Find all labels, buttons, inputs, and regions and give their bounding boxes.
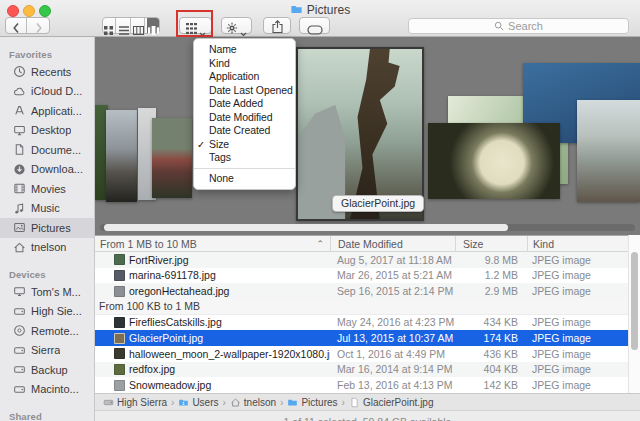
file-thumbnail-icon (114, 380, 125, 391)
date-modified-cell: Aug 5, 2017 at 11:18 AM (330, 254, 455, 266)
sidebar-item-label: Tom's M... (31, 286, 81, 298)
group-label: From 1 MB to 10 MB (100, 238, 197, 250)
menu-item-label: Kind (209, 57, 230, 69)
menu-item-label: Name (209, 43, 237, 55)
table-row[interactable]: FirefliesCatskills.jpgMay 24, 2016 at 4:… (95, 315, 628, 331)
table-row[interactable]: marina-691178.jpgMar 26, 2015 at 5:21 AM… (95, 268, 628, 284)
sidebar-item-music[interactable]: Music (0, 199, 94, 219)
sidebar-item-label: Remote... (31, 325, 79, 337)
sidebar-item-remote[interactable]: Remote... (0, 321, 94, 341)
file-name-cell: GlacierPoint.jpg (95, 332, 330, 344)
file-name-cell: oregonHectahead.jpg (95, 285, 330, 297)
sidebar-item-pictures[interactable]: Pictures (0, 218, 94, 238)
table-row[interactable]: halloween_moon_2-wallpaper-1920x1080.jpg… (95, 346, 628, 362)
menu-item-tags[interactable]: Tags (194, 151, 295, 165)
sidebar-item-recents[interactable]: Recents (0, 62, 94, 82)
table-row[interactable]: GlacierPoint.jpgJul 13, 2015 at 10:37 AM… (95, 330, 628, 346)
table-row[interactable]: FortRiver.jpgAug 5, 2017 at 11:18 AM9.8 … (95, 252, 628, 268)
breadcrumb-item-pictures[interactable]: Pictures (287, 397, 337, 408)
size-cell: 2.9 MB (455, 285, 527, 297)
file-thumbnail-icon (114, 270, 125, 281)
sidebar-item-docume[interactable]: Docume... (0, 140, 94, 160)
file-name-cell: Snowmeadow.jpg (95, 379, 330, 391)
clock-icon (13, 65, 26, 78)
kind-cell: JPEG image (527, 254, 628, 266)
menu-item-date-created[interactable]: Date Created (194, 124, 295, 138)
sidebar-item-tom-s-m[interactable]: Tom's M... (0, 282, 94, 302)
forward-button[interactable] (29, 18, 49, 33)
coverflow-scrollbar-thumb[interactable] (104, 224, 508, 231)
folder-users-icon (178, 397, 189, 408)
icon-view-button[interactable] (103, 18, 116, 33)
breadcrumb-label: GlacierPoint.jpg (363, 397, 434, 408)
breadcrumb-item-users[interactable]: Users (178, 397, 218, 408)
sidebar-item-macinto[interactable]: Macinto... (0, 380, 94, 400)
group-by-button[interactable] (179, 17, 212, 34)
breadcrumb-item-high-sierra[interactable]: High Sierra (103, 397, 167, 408)
sidebar-item-label: Recents (31, 66, 71, 78)
menu-item-label: Date Last Opened (209, 84, 293, 96)
coverflow-view-button[interactable] (147, 18, 159, 33)
table-row[interactable]: redfox.jpgMar 16, 2014 at 9:14 PM404 KBJ… (95, 362, 628, 378)
file-thumbnail-icon (114, 364, 125, 375)
breadcrumb-item-glacierpoint-jpg[interactable]: GlacierPoint.jpg (349, 397, 434, 408)
menu-item-kind[interactable]: Kind (194, 57, 295, 71)
coverflow-thumb-halloween-moon[interactable] (428, 123, 560, 199)
menu-item-none[interactable]: None (194, 172, 295, 186)
column-header-date-modified[interactable]: Date Modified (330, 236, 455, 251)
column-view-button[interactable] (133, 18, 146, 33)
table-row[interactable]: Snowmeadow.jpgFeb 13, 2016 at 4:13 PM142… (95, 377, 628, 393)
file-name-cell: halloween_moon_2-wallpaper-1920x1080.jpg (95, 348, 330, 360)
coverflow-thumb-winter[interactable] (577, 100, 640, 202)
menu-item-date-last-opened[interactable]: Date Last Opened (194, 84, 295, 98)
path-bar: High Sierra›Users›tnelson›Pictures›Glaci… (95, 393, 640, 410)
file-thumbnail-icon (114, 348, 125, 359)
disk-icon (13, 363, 26, 376)
breadcrumb-separator-icon: › (223, 397, 226, 408)
column-view-icon (133, 21, 144, 30)
sidebar-item-applicati[interactable]: Applicati... (0, 101, 94, 121)
kind-cell: JPEG image (527, 348, 628, 360)
sidebar-item-sierra[interactable]: Sierra (0, 341, 94, 361)
file-name-cell: FirefliesCatskills.jpg (95, 316, 330, 328)
file-icon (349, 397, 360, 408)
list-scrollbar-thumb[interactable] (631, 252, 638, 350)
list-view-button[interactable] (118, 18, 131, 33)
breadcrumb-item-tnelson[interactable]: tnelson (230, 397, 276, 408)
list-scrollbar-track[interactable] (628, 235, 640, 393)
list-group-header: From 100 KB to 1 MB (95, 299, 628, 315)
coverflow-thumb-beach[interactable] (106, 110, 137, 202)
menu-item-label: Date Added (209, 97, 263, 109)
sidebar-item-high-sie[interactable]: High Sie... (0, 302, 94, 322)
sidebar-item-label: High Sie... (31, 305, 82, 317)
file-thumbnail-icon (114, 317, 125, 328)
menu-item-name[interactable]: Name (194, 43, 295, 57)
sidebar-item-backup[interactable]: Backup (0, 360, 94, 380)
share-button[interactable] (263, 17, 291, 34)
coverflow-area: GlacierPoint.jpg (95, 37, 640, 235)
menu-item-size[interactable]: ✓Size (194, 138, 295, 152)
column-header-size[interactable]: Size (455, 236, 527, 251)
sidebar-item-desktop[interactable]: Desktop (0, 121, 94, 141)
document-icon (13, 143, 26, 156)
sidebar-item-movies[interactable]: Movies (0, 179, 94, 199)
search-input[interactable]: Search (408, 18, 629, 34)
back-button[interactable] (6, 18, 27, 33)
sidebar-item-downloa[interactable]: Downloa... (0, 160, 94, 180)
sort-ascending-icon: ⌃ (316, 239, 324, 249)
menu-item-date-modified[interactable]: Date Modified (194, 111, 295, 125)
coverflow-scrollbar-track[interactable] (100, 224, 635, 231)
cloud-icon (13, 85, 26, 98)
menu-item-application[interactable]: Application (194, 70, 295, 84)
search-placeholder: Search (508, 20, 543, 32)
column-header-kind[interactable]: Kind (527, 236, 628, 251)
search-icon (494, 21, 504, 31)
sidebar-item-icloud-d[interactable]: iCloud D... (0, 82, 94, 102)
tags-button[interactable] (299, 17, 330, 34)
table-row[interactable]: oregonHectahead.jpgSep 16, 2015 at 2:14 … (95, 283, 628, 299)
column-header-group[interactable]: From 1 MB to 10 MB ⌃ (95, 238, 330, 250)
coverflow-thumb-redhouse[interactable] (152, 118, 192, 198)
action-menu-button[interactable] (221, 17, 252, 34)
menu-item-date-added[interactable]: Date Added (194, 97, 295, 111)
sidebar-item-tnelson[interactable]: tnelson (0, 238, 94, 258)
